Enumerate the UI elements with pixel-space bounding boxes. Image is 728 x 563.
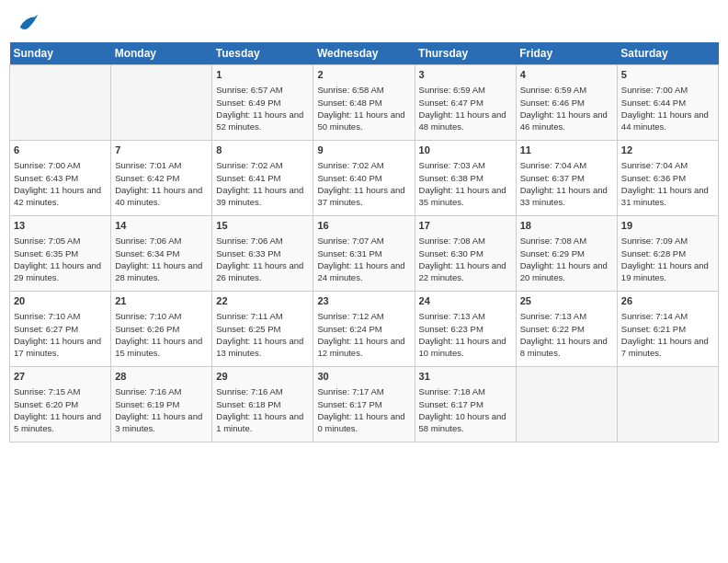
daylight-text: Daylight: 11 hours and 1 minute. [216,411,303,433]
day-number: 12 [621,144,714,157]
sunset-text: Sunset: 6:46 PM [520,98,585,108]
day-number: 11 [520,144,613,157]
daylight-text: Daylight: 11 hours and 13 minutes. [216,336,303,358]
calendar-cell: 7Sunrise: 7:01 AMSunset: 6:42 PMDaylight… [111,141,212,216]
day-number: 31 [419,370,512,384]
day-number: 10 [419,144,512,157]
sunrise-text: Sunrise: 7:16 AM [115,386,181,396]
sunset-text: Sunset: 6:43 PM [14,173,78,183]
calendar-cell [617,367,718,442]
calendar-cell [516,367,617,442]
calendar-cell: 10Sunrise: 7:03 AMSunset: 6:38 PMDayligh… [415,141,516,216]
sunrise-text: Sunrise: 7:09 AM [621,236,688,246]
sunrise-text: Sunrise: 7:01 AM [115,160,181,170]
calendar-cell: 22Sunrise: 7:11 AMSunset: 6:25 PMDayligh… [212,292,313,367]
weekday-row: SundayMondayTuesdayWednesdayThursdayFrid… [10,42,719,65]
sunrise-text: Sunrise: 6:59 AM [419,85,485,95]
daylight-text: Daylight: 11 hours and 22 minutes. [419,260,506,282]
calendar-cell: 24Sunrise: 7:13 AMSunset: 6:23 PMDayligh… [415,292,516,367]
calendar-cell: 1Sunrise: 6:57 AMSunset: 6:49 PMDaylight… [212,65,313,141]
day-number: 2 [317,68,410,82]
sunrise-text: Sunrise: 7:15 AM [14,386,80,396]
sunset-text: Sunset: 6:36 PM [621,173,686,183]
calendar-cell: 25Sunrise: 7:13 AMSunset: 6:22 PMDayligh… [516,292,617,367]
calendar-cell: 21Sunrise: 7:10 AMSunset: 6:26 PMDayligh… [111,292,212,367]
day-number: 17 [419,219,512,233]
sunrise-text: Sunrise: 7:10 AM [14,311,80,321]
day-number: 21 [115,294,208,308]
sunrise-text: Sunrise: 7:04 AM [520,160,586,170]
sunrise-text: Sunrise: 7:08 AM [419,236,485,246]
calendar-cell: 20Sunrise: 7:10 AMSunset: 6:27 PMDayligh… [10,292,111,367]
daylight-text: Daylight: 11 hours and 37 minutes. [317,185,404,207]
daylight-text: Daylight: 11 hours and 20 minutes. [520,260,608,282]
daylight-text: Daylight: 11 hours and 5 minutes. [14,411,101,433]
sunrise-text: Sunrise: 7:11 AM [216,311,282,321]
calendar-cell: 12Sunrise: 7:04 AMSunset: 6:36 PMDayligh… [617,141,718,216]
sunset-text: Sunset: 6:44 PM [621,98,686,108]
sunset-text: Sunset: 6:20 PM [14,399,78,409]
sunrise-text: Sunrise: 7:14 AM [621,311,688,321]
day-number: 26 [621,294,714,308]
calendar-table: SundayMondayTuesdayWednesdayThursdayFrid… [9,42,719,442]
calendar-cell [111,65,212,141]
weekday-header: Thursday [415,42,516,65]
sunrise-text: Sunrise: 7:08 AM [520,236,586,246]
daylight-text: Daylight: 11 hours and 46 minutes. [520,109,608,132]
calendar-week-row: 27Sunrise: 7:15 AMSunset: 6:20 PMDayligh… [10,367,719,442]
sunset-text: Sunset: 6:17 PM [317,399,381,409]
sunset-text: Sunset: 6:21 PM [621,324,686,334]
sunset-text: Sunset: 6:28 PM [621,248,686,259]
calendar-cell: 18Sunrise: 7:08 AMSunset: 6:29 PMDayligh… [516,216,617,292]
daylight-text: Daylight: 11 hours and 15 minutes. [115,336,202,358]
day-number: 20 [14,294,107,308]
day-number: 25 [520,294,613,308]
calendar-cell: 31Sunrise: 7:18 AMSunset: 6:17 PMDayligh… [415,367,516,442]
sunrise-text: Sunrise: 7:02 AM [216,160,282,170]
sunset-text: Sunset: 6:26 PM [115,324,179,334]
daylight-text: Daylight: 11 hours and 52 minutes. [216,109,303,132]
sunrise-text: Sunrise: 7:16 AM [216,386,282,396]
daylight-text: Daylight: 11 hours and 35 minutes. [419,185,506,207]
daylight-text: Daylight: 11 hours and 24 minutes. [317,260,404,282]
sunset-text: Sunset: 6:35 PM [14,248,78,259]
sunset-text: Sunset: 6:34 PM [115,248,179,259]
sunset-text: Sunset: 6:19 PM [115,399,179,409]
page-header [9,9,719,35]
sunrise-text: Sunrise: 7:10 AM [115,311,181,321]
weekday-header: Tuesday [212,42,313,65]
daylight-text: Daylight: 10 hours and 58 minutes. [419,411,506,433]
calendar-header: SundayMondayTuesdayWednesdayThursdayFrid… [10,42,719,65]
daylight-text: Daylight: 11 hours and 3 minutes. [115,411,202,433]
daylight-text: Daylight: 11 hours and 31 minutes. [621,185,709,207]
daylight-text: Daylight: 11 hours and 8 minutes. [520,336,608,358]
sunrise-text: Sunrise: 7:13 AM [520,311,586,321]
sunrise-text: Sunrise: 6:59 AM [520,85,586,95]
sunrise-text: Sunrise: 7:00 AM [14,160,80,170]
day-number: 1 [216,68,309,82]
calendar-cell: 6Sunrise: 7:00 AMSunset: 6:43 PMDaylight… [10,141,111,216]
sunset-text: Sunset: 6:24 PM [317,324,381,334]
daylight-text: Daylight: 11 hours and 42 minutes. [14,185,101,207]
sunset-text: Sunset: 6:30 PM [419,248,483,259]
calendar-cell: 11Sunrise: 7:04 AMSunset: 6:37 PMDayligh… [516,141,617,216]
weekday-header: Saturday [617,42,718,65]
sunset-text: Sunset: 6:37 PM [520,173,585,183]
calendar-cell: 29Sunrise: 7:16 AMSunset: 6:18 PMDayligh… [212,367,313,442]
sunset-text: Sunset: 6:27 PM [14,324,78,334]
weekday-header: Sunday [10,42,111,65]
daylight-text: Daylight: 11 hours and 19 minutes. [621,260,709,282]
day-number: 19 [621,219,714,233]
calendar-week-row: 13Sunrise: 7:05 AMSunset: 6:35 PMDayligh… [10,216,719,292]
day-number: 30 [317,370,410,384]
calendar-cell: 26Sunrise: 7:14 AMSunset: 6:21 PMDayligh… [617,292,718,367]
daylight-text: Daylight: 11 hours and 7 minutes. [621,336,709,358]
sunrise-text: Sunrise: 7:05 AM [14,236,80,246]
day-number: 8 [216,144,309,157]
daylight-text: Daylight: 11 hours and 48 minutes. [419,109,506,132]
calendar-cell: 14Sunrise: 7:06 AMSunset: 6:34 PMDayligh… [111,216,212,292]
calendar-cell: 27Sunrise: 7:15 AMSunset: 6:20 PMDayligh… [10,367,111,442]
sunset-text: Sunset: 6:33 PM [216,248,280,259]
calendar-cell: 2Sunrise: 6:58 AMSunset: 6:48 PMDaylight… [313,65,415,141]
calendar-cell: 5Sunrise: 7:00 AMSunset: 6:44 PMDaylight… [617,65,718,141]
